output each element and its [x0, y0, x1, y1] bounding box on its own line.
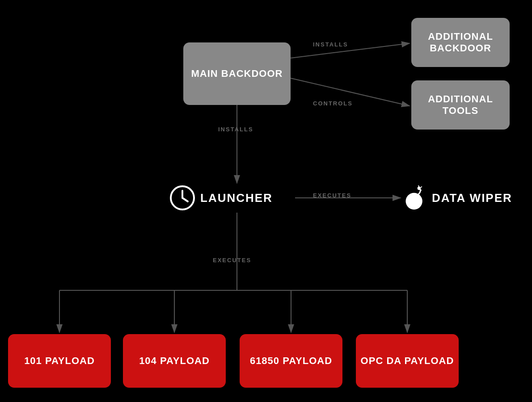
additional-backdoor-box: ADDITIONAL BACKDOOR — [411, 18, 510, 67]
payload-61850-box: 61850 PAYLOAD — [240, 334, 342, 388]
payload-101-label: 101 PAYLOAD — [24, 355, 95, 367]
label-controls: CONTROLS — [313, 100, 353, 107]
launcher-area: LAUNCHER — [170, 185, 273, 210]
payload-104-box: 104 PAYLOAD — [123, 334, 226, 388]
payload-104-label: 104 PAYLOAD — [139, 355, 210, 367]
payload-opcda-box: OPC DA PAYLOAD — [356, 334, 459, 388]
svg-line-18 — [421, 187, 422, 188]
main-backdoor-box: MAIN BACKDOOR — [183, 42, 291, 105]
label-executes-bottom: EXECUTES — [213, 257, 251, 264]
label-executes-right: EXECUTES — [313, 192, 351, 199]
launcher-label: LAUNCHER — [200, 191, 273, 205]
data-wiper-area: DATA WIPER — [402, 185, 512, 210]
data-wiper-label: DATA WIPER — [432, 191, 512, 205]
payload-61850-label: 61850 PAYLOAD — [250, 355, 332, 367]
clock-icon — [170, 185, 195, 210]
svg-point-15 — [405, 193, 422, 209]
label-installs-mid: INSTALLS — [218, 126, 253, 133]
main-backdoor-label: MAIN BACKDOOR — [191, 68, 283, 80]
label-installs-top: INSTALLS — [313, 41, 348, 48]
payload-101-box: 101 PAYLOAD — [8, 334, 111, 388]
diagram: INSTALLS CONTROLS INSTALLS EXECUTES EXEC… — [0, 0, 532, 402]
bomb-icon — [402, 185, 427, 210]
additional-tools-label: ADDITIONAL TOOLS — [428, 93, 493, 117]
svg-line-2 — [291, 43, 410, 58]
additional-tools-box: ADDITIONAL TOOLS — [411, 80, 510, 130]
svg-line-17 — [418, 185, 419, 187]
additional-backdoor-label: ADDITIONAL BACKDOOR — [428, 31, 493, 54]
payload-opcda-label: OPC DA PAYLOAD — [361, 355, 454, 367]
svg-line-14 — [182, 198, 188, 201]
